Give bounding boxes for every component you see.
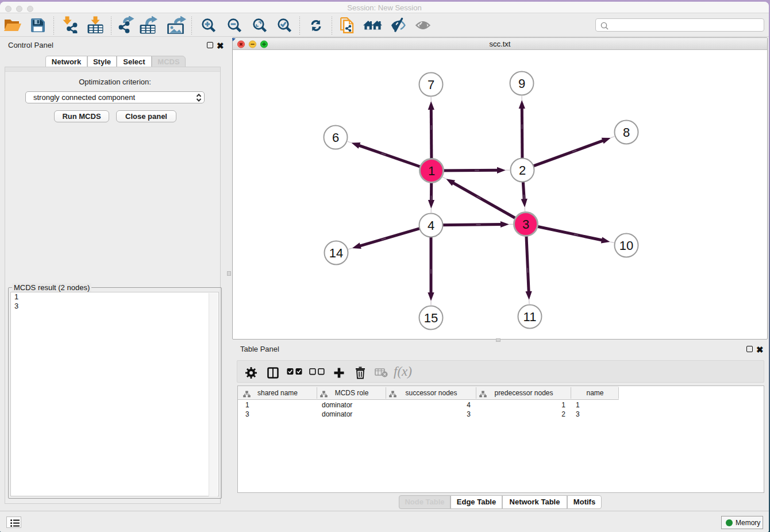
svg-text:15: 15 [424, 311, 438, 325]
svg-text:7: 7 [428, 78, 434, 92]
svg-text:1: 1 [428, 164, 435, 178]
svg-text:9: 9 [518, 76, 525, 91]
svg-text:2: 2 [519, 163, 526, 178]
svg-text:4: 4 [428, 218, 434, 233]
svg-text:6: 6 [332, 130, 339, 145]
svg-text:8: 8 [623, 125, 630, 140]
svg-text:10: 10 [619, 238, 633, 253]
svg-text:11: 11 [523, 310, 537, 324]
svg-text:3: 3 [522, 217, 529, 232]
svg-text:14: 14 [329, 246, 343, 260]
